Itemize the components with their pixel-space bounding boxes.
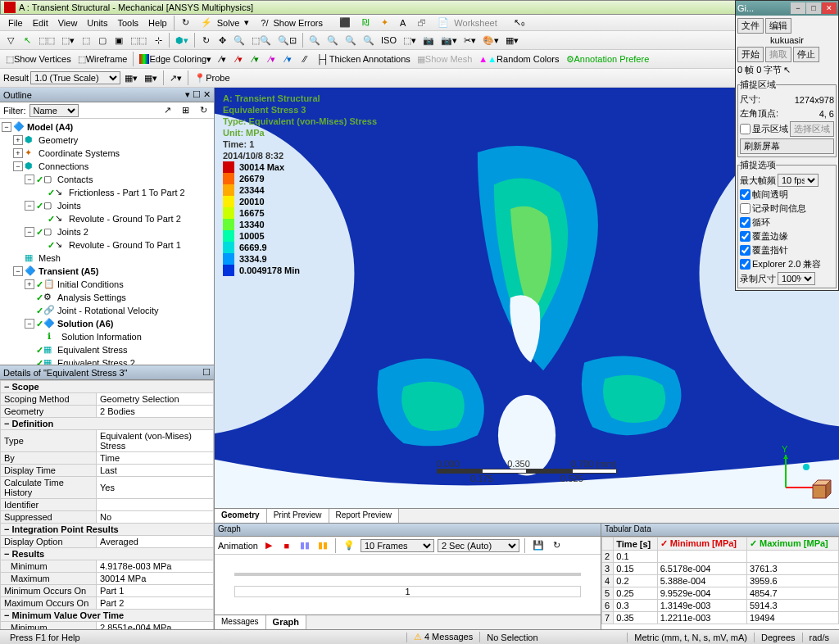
worksheet-button[interactable]: 📄Worksheet: [432, 16, 507, 30]
filter-icon[interactable]: ▽: [3, 33, 18, 48]
iso-text-icon[interactable]: ISO: [379, 33, 399, 48]
cam-icon[interactable]: 📷: [420, 33, 437, 48]
coord-icon[interactable]: ⊹: [151, 33, 166, 48]
expand-icon[interactable]: ↗: [160, 103, 175, 118]
edge-icon[interactable]: ⬚: [79, 33, 93, 48]
tb-icon-6[interactable]: ↖₀: [508, 16, 530, 30]
frame2-icon[interactable]: ▮▮: [315, 538, 330, 553]
prev-icon[interactable]: 🔍: [342, 33, 359, 48]
annot-pref-button[interactable]: ⚙ Annotation Prefere: [564, 52, 652, 66]
show-mesh-button[interactable]: ▦ Show Mesh: [415, 52, 474, 66]
rec-stop[interactable]: 停止: [793, 47, 819, 62]
show-vertices-button[interactable]: ⬚ Show Vertices: [3, 52, 74, 66]
tab-print-preview[interactable]: Print Preview: [267, 509, 329, 523]
duration-combo[interactable]: 2 Sec (Auto): [438, 539, 519, 552]
rec-opt-1[interactable]: [740, 203, 751, 214]
tb-icon-4[interactable]: A: [394, 16, 411, 30]
tb-icon-1[interactable]: ⬛: [333, 16, 356, 30]
thicken-button[interactable]: ├┤ Thicken Annotations: [314, 52, 413, 66]
edge3-icon[interactable]: ∕▾: [248, 52, 263, 66]
contour-icon[interactable]: ▦▾: [122, 70, 140, 85]
select-icon[interactable]: ↖: [20, 33, 34, 48]
tb-icon-3[interactable]: ✦: [375, 16, 394, 30]
tab-graph[interactable]: Graph: [266, 615, 306, 629]
clip-icon[interactable]: ✂▾: [461, 33, 478, 48]
rec-menu-edit[interactable]: 编辑: [765, 18, 791, 34]
recorder-window[interactable]: Gi... −□✕ 文件编辑 kukuasir 开始摘取停止 0 帧 0 字节↖…: [735, 0, 839, 291]
body-icon[interactable]: ▣: [111, 33, 126, 48]
rec-opt-3[interactable]: [740, 231, 751, 242]
rec-start[interactable]: 开始: [737, 47, 764, 62]
next-icon[interactable]: 🔍: [361, 33, 377, 48]
sync-icon[interactable]: ↻: [196, 103, 211, 118]
edge-icon2[interactable]: ▦▾: [142, 70, 160, 85]
tb-icon-2[interactable]: ₪: [356, 16, 375, 30]
rotate-icon[interactable]: ↻: [198, 33, 213, 48]
menu-edit[interactable]: Edit: [28, 16, 53, 29]
fit-icon[interactable]: 🔍⊡: [275, 33, 299, 48]
view-icon[interactable]: ⬚▾: [401, 33, 419, 48]
tab-geometry[interactable]: Geometry: [215, 509, 267, 523]
export-icon[interactable]: 💾: [530, 538, 546, 553]
outline-tree[interactable]: −🔷Model (A4) +⬢Geometry +✦Coordinate Sys…: [0, 119, 214, 365]
play-icon[interactable]: ▶: [261, 538, 276, 553]
tb-icon-5[interactable]: 🗗: [411, 16, 432, 30]
edge-coloring-button[interactable]: Edge Coloring ▾: [137, 52, 214, 66]
sel-area-btn[interactable]: 选择区域: [790, 121, 834, 137]
vertex-icon[interactable]: ⬚▾: [59, 33, 77, 48]
vec-icon[interactable]: ↗▾: [167, 70, 184, 85]
zoombox-icon[interactable]: ⬚🔍: [249, 33, 274, 48]
recorder-titlebar[interactable]: Gi... −□✕: [736, 1, 838, 16]
solve-button[interactable]: ⚡ Solve ▾: [195, 16, 256, 30]
menu-view[interactable]: View: [53, 16, 83, 29]
recsize-combo[interactable]: 100%: [778, 272, 815, 285]
tab-messages[interactable]: Messages: [215, 615, 266, 629]
tabular-data-table[interactable]: Time [s]✓ Minimum [MPa]✓ Maximum [MPa] 2…: [601, 537, 839, 624]
maximize-icon[interactable]: □: [806, 2, 821, 14]
fps-combo[interactable]: 10 fps: [778, 174, 819, 187]
menu-file[interactable]: File: [3, 16, 28, 29]
extend-icon[interactable]: ⬚⬚: [128, 33, 149, 48]
zoom-icon[interactable]: 🔍: [231, 33, 247, 48]
collapse-icon[interactable]: ⊞: [178, 103, 193, 118]
filter-combo[interactable]: Name: [29, 104, 79, 117]
rec-opt-2[interactable]: [740, 217, 751, 228]
edge2-icon[interactable]: ∕▾: [232, 52, 247, 66]
iso-icon[interactable]: ⬢▾: [173, 33, 191, 48]
cam2-icon[interactable]: 📷▾: [438, 33, 460, 48]
details-table[interactable]: − Scope Scoping MethodGeometry Selection…: [0, 380, 214, 629]
sync2-icon[interactable]: ↻: [550, 538, 565, 553]
cube-icon[interactable]: [810, 478, 834, 503]
minimize-icon[interactable]: −: [791, 2, 805, 14]
look-icon[interactable]: 🔍: [306, 33, 323, 48]
color-icon[interactable]: 🎨▾: [480, 33, 501, 48]
close-icon[interactable]: ✕: [822, 2, 837, 14]
stop-icon[interactable]: ■: [279, 538, 294, 553]
edge1-icon[interactable]: ∕▾: [215, 52, 230, 66]
random-colors-button[interactable]: ▲▲ Random Colors: [476, 52, 561, 66]
frames-combo[interactable]: 10 Frames: [361, 539, 434, 552]
show-area-check[interactable]: [740, 124, 751, 134]
magnify-icon[interactable]: 🔍: [324, 33, 341, 48]
refresh-icon[interactable]: ↻: [176, 16, 195, 30]
edge6-icon[interactable]: ∕∕: [297, 52, 312, 66]
pan-icon[interactable]: ✥: [215, 33, 229, 48]
face-icon[interactable]: ▢: [95, 33, 110, 48]
rec-pick[interactable]: 摘取: [765, 47, 791, 62]
frame1-icon[interactable]: ▮▮: [297, 538, 312, 553]
rec-opt-0[interactable]: [740, 189, 751, 200]
menu-units[interactable]: Units: [82, 16, 112, 29]
rec-opt-5[interactable]: [740, 259, 751, 270]
show-errors-button[interactable]: ?/ Show Errors: [255, 16, 333, 30]
menu-help[interactable]: Help: [143, 16, 172, 29]
scale-combo[interactable]: 1.0 (True Scale): [30, 71, 120, 84]
refresh-btn[interactable]: 刷新屏幕: [740, 138, 834, 154]
bulb-icon[interactable]: 💡: [341, 538, 357, 553]
rec-opt-4[interactable]: [740, 245, 751, 256]
tab-report-preview[interactable]: Report Preview: [329, 509, 399, 523]
edge4-icon[interactable]: ∕▾: [265, 52, 279, 66]
adjacent-icon[interactable]: ⬚⬚: [36, 33, 57, 48]
layout-icon[interactable]: ▦▾: [503, 33, 521, 48]
wireframe-button[interactable]: ⬚ Wireframe: [75, 52, 130, 66]
probe-button[interactable]: 📍 Probe: [192, 70, 232, 85]
